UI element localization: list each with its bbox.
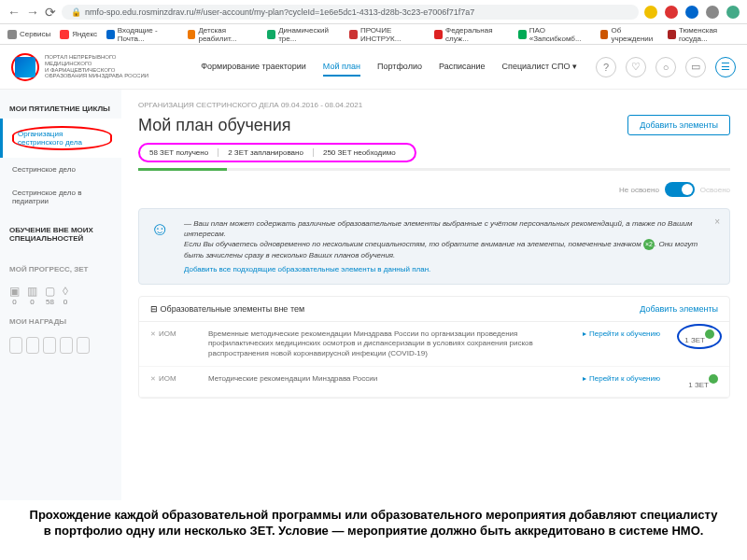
element-row: ИОМ Методические рекомендации Минздрава … <box>139 367 729 398</box>
play-icon: ▸ <box>583 374 586 383</box>
ext-icon[interactable] <box>644 6 657 19</box>
toggle-label-right: Освоено <box>700 186 730 194</box>
logo-text: ПОРТАЛ НЕПРЕРЫВНОГО МЕДИЦИНСКОГО И ФАРМА… <box>45 54 148 78</box>
element-type: ИОМ <box>150 374 197 383</box>
toggle-label-left: Не освоено <box>619 186 659 194</box>
sidebar-title: ОБУЧЕНИЕ ВНЕ МОИХ СПЕЦИАЛЬНОСТЕЙ <box>0 220 121 248</box>
element-desc: Временные методические рекомендации Минз… <box>208 329 571 358</box>
notification-icon[interactable]: ○ <box>655 57 676 77</box>
page-title: Мой план обучения <box>138 116 291 135</box>
award-icon <box>60 337 73 354</box>
url-bar[interactable]: 🔒 nmfo-spo.edu.rosminzdrav.ru/#/user-acc… <box>62 5 639 20</box>
zet-obtained: 58 ЗЕТ получено <box>149 148 218 157</box>
lock-icon: 🔒 <box>71 7 81 17</box>
nav-tab[interactable]: Специалист СПО ▾ <box>502 58 577 77</box>
add-all-link[interactable]: Добавить все подходящие образовательные … <box>184 264 718 274</box>
zet-required: 250 ЗЕТ необходимо <box>323 148 405 157</box>
url-text: nmfo-spo.edu.rosminzdrav.ru/#/user-accou… <box>85 7 474 17</box>
toggle-row: Не освоено Освоено <box>138 182 730 197</box>
gift-icon: ▣ <box>9 285 20 298</box>
bell-icon[interactable]: ♡ <box>626 57 646 77</box>
app-header: ПОРТАЛ НЕПРЕРЫВНОГО МЕДИЦИНСКОГО И ФАРМА… <box>0 45 747 90</box>
sidebar: МОИ ПЯТИЛЕТНИЕ ЦИКЛЫ Организация сестрин… <box>0 90 121 500</box>
award-icon <box>43 337 56 354</box>
robot-icon: ☺ <box>150 218 175 243</box>
nav-tab[interactable]: Мой план <box>323 58 360 77</box>
elements-box: ⊟ Образовательные элементы вне тем Добав… <box>138 296 730 399</box>
award-icon <box>9 337 22 354</box>
sidebar-item[interactable]: Сестринское дело <box>0 158 121 181</box>
nav-tabs: Формирование траектории Мой план Портфол… <box>201 58 577 77</box>
bookmark-item[interactable]: ПАО «Запсибкомб... <box>518 26 591 43</box>
bookmarks-bar: Сервисы Яндекс Входящие - Почта... Детск… <box>0 24 747 45</box>
user-icon[interactable]: ☰ <box>715 57 736 77</box>
zet-badge-icon <box>705 329 714 339</box>
forward-icon[interactable]: → <box>26 5 39 20</box>
main-content: ОРГАНИЗАЦИЯ СЕСТРИНСКОГО ДЕЛА 09.04.2016… <box>121 90 747 500</box>
bookmark-item[interactable]: ПРОЧИЕ ИНСТРУК... <box>349 26 425 43</box>
ext-icon[interactable] <box>685 6 698 19</box>
logo[interactable] <box>11 53 39 81</box>
book-icon: ▥ <box>27 285 37 298</box>
info-text: — Ваш план может содержать различные обр… <box>184 218 718 274</box>
elements-title: ⊟ Образовательные элементы вне тем <box>150 304 304 314</box>
close-icon[interactable]: × <box>714 217 720 227</box>
bookmark-item[interactable]: Федеральная служ... <box>434 26 509 43</box>
ext-icon[interactable] <box>665 6 678 19</box>
bookmark-item[interactable]: Яндекс <box>60 30 97 39</box>
progress-icons: ▣0 ▥0 ▢58 ◊0 <box>0 279 121 312</box>
element-type: ИОМ <box>150 329 197 338</box>
go-to-learning-link[interactable]: ▸Перейти к обучению <box>583 374 660 383</box>
sidebar-title: МОЙ ПРОГРЕСС, ЗЕТ <box>0 259 121 279</box>
element-desc: Методические рекомендации Минздрава Росс… <box>208 374 571 384</box>
go-to-learning-link[interactable]: ▸Перейти к обучению <box>583 329 660 338</box>
zet-badge-icon <box>709 374 718 384</box>
award-icon <box>77 337 90 354</box>
element-zet: 1 ЗЕТ <box>671 374 718 389</box>
bookmark-item[interactable]: Сервисы <box>7 30 50 39</box>
browser-extension-icons <box>644 6 740 19</box>
reload-icon[interactable]: ⟳ <box>45 5 56 20</box>
awards <box>0 331 121 359</box>
bookmark-item[interactable]: Входящие - Почта... <box>106 26 178 43</box>
sidebar-item[interactable]: Сестринское дело в педиатрии <box>0 181 121 213</box>
mic-icon: ◊ <box>63 285 68 298</box>
browser-bar: ← → ⟳ 🔒 nmfo-spo.edu.rosminzdrav.ru/#/us… <box>0 0 747 24</box>
bookmark-item[interactable]: Динамический тре... <box>267 26 340 43</box>
play-icon: ▸ <box>583 329 586 338</box>
mastered-toggle[interactable] <box>665 182 695 197</box>
nav-tab[interactable]: Портфолио <box>377 58 422 77</box>
breadcrumb: ОРГАНИЗАЦИЯ СЕСТРИНСКОГО ДЕЛА 09.04.2016… <box>138 101 730 109</box>
screen-icon: ▢ <box>45 285 55 298</box>
sidebar-title: МОИ ПЯТИЛЕТНИЕ ЦИКЛЫ <box>0 99 121 119</box>
info-box: ☺ — Ваш план может содержать различные о… <box>138 208 730 285</box>
profile-avatar[interactable] <box>726 6 740 19</box>
ext-icon[interactable] <box>706 6 719 19</box>
progress-bar <box>138 168 730 171</box>
caption-text: Прохождение каждой образовательной прогр… <box>0 500 747 547</box>
bookmark-item[interactable]: Об учреждении <box>600 26 658 43</box>
chat-icon[interactable]: ▭ <box>685 57 706 77</box>
sidebar-title: МОИ НАГРАДЫ <box>0 312 121 331</box>
sidebar-item[interactable]: Организация сестринского дела <box>0 119 121 158</box>
back-icon[interactable]: ← <box>7 5 21 20</box>
zet-planned: 2 ЗЕТ запланировано <box>228 148 314 157</box>
bookmark-item[interactable]: Детская реабилит... <box>188 26 259 43</box>
header-icons: ? ♡ ○ ▭ ☰ <box>596 57 736 77</box>
nav-tab[interactable]: Расписание <box>439 58 486 77</box>
help-icon[interactable]: ? <box>596 57 616 77</box>
add-elements-link[interactable]: Добавить элементы <box>640 304 718 314</box>
multi-badge-icon: ×2 <box>643 239 655 250</box>
nav-tab[interactable]: Формирование траектории <box>201 58 306 77</box>
bookmark-item[interactable]: Тюменская госуда... <box>668 26 740 43</box>
zet-summary: 58 ЗЕТ получено 2 ЗЕТ запланировано 250 … <box>138 143 416 162</box>
add-elements-button[interactable]: Добавить элементы <box>627 115 730 135</box>
element-row: ИОМ Временные методические рекомендации … <box>139 322 729 367</box>
award-icon <box>26 337 39 354</box>
